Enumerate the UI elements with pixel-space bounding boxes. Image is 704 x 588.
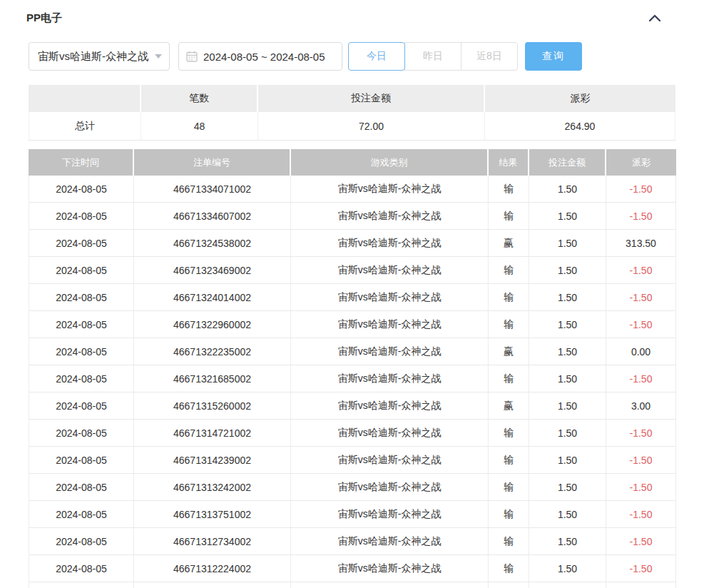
table-row: 2024-08-0546671323469002宙斯vs哈迪斯-众神之战输1.5… (29, 257, 676, 284)
cell-order-id: 46671324538002 (134, 230, 291, 256)
cell-game: 宙斯vs哈迪斯-众神之战 (291, 474, 489, 500)
cell-result: 输 (489, 365, 529, 392)
cell-result: 输 (489, 257, 529, 283)
cell-bet: 1.50 (529, 338, 606, 365)
cell-result: 输 (489, 284, 529, 310)
cell-payout: -1.50 (606, 203, 676, 229)
table-row: 2024-08-0546671314239002宙斯vs哈迪斯-众神之战输1.5… (29, 447, 676, 474)
cell-bet: 1.50 (529, 420, 606, 446)
summary-header-empty (29, 85, 141, 112)
today-button[interactable]: 今日 (348, 42, 405, 71)
cell-order-id: 46671323469002 (134, 257, 291, 283)
table-row: 2024-08-0546671321685002宙斯vs哈迪斯-众神之战输1.5… (29, 365, 676, 392)
table-row: 2024-08-0546671334071002宙斯vs哈迪斯-众神之战输1.5… (29, 176, 676, 203)
summary-header-bet-amount: 投注金额 (258, 85, 485, 112)
cell-bet: 1.50 (529, 203, 606, 229)
cell-game: 宙斯vs哈迪斯-众神之战 (291, 528, 489, 554)
cell-order-id: 46671314721002 (134, 420, 291, 446)
bet-records-table: 下注时间 注单编号 游戏类别 结果 投注金额 派彩 2024-08-054667… (29, 149, 676, 588)
cell-result: 输 (489, 176, 529, 202)
cell-payout: -1.50 (606, 447, 676, 473)
table-row: 2024-08-0546671312734002宙斯vs哈迪斯-众神之战输1.5… (29, 528, 676, 555)
cell-game: 宙斯vs哈迪斯-众神之战 (291, 501, 489, 527)
header-bet-time: 下注时间 (29, 149, 134, 176)
yesterday-button[interactable]: 昨日 (404, 42, 461, 71)
summary-total-label: 总计 (29, 112, 141, 140)
cell-order-id: 46671312224002 (134, 555, 291, 582)
cell-game: 宙斯vs哈迪斯-众神之战 (291, 365, 489, 392)
cell-result: 赢 (489, 230, 529, 256)
cell-result: 输 (489, 420, 529, 446)
cell-payout: -1.50 (606, 176, 676, 202)
cell-order-id: 46671314239002 (134, 447, 291, 473)
cell-game: 宙斯vs哈迪斯-众神之战 (291, 420, 489, 446)
cell-date: 2024-08-05 (29, 447, 134, 473)
cell-order-id: 46671324014002 (134, 284, 291, 310)
panel-title: PP电子 (26, 11, 62, 25)
cell-date: 2024-08-05 (29, 420, 134, 446)
cell-result: 输 (489, 528, 529, 554)
table-row: 2024-08-0546671315260002宙斯vs哈迪斯-众神之战赢1.5… (29, 392, 676, 420)
cell-bet: 1.50 (529, 474, 606, 500)
cell-payout: -1.50 (606, 555, 676, 582)
cell-game: 宙斯vs哈迪斯-众神之战 (291, 230, 489, 256)
table-row: 2024-08-0546671313242002宙斯vs哈迪斯-众神之战输1.5… (29, 474, 676, 501)
cell-game: 宙斯vs哈迪斯-众神之战 (291, 203, 489, 229)
summary-total-payout: 264.90 (485, 112, 675, 140)
chevron-down-icon (155, 54, 162, 59)
game-select-value: 宙斯vs哈迪斯-众神之战 (38, 50, 148, 64)
table-row: 2024-08-0546671334607002宙斯vs哈迪斯-众神之战输1.5… (29, 203, 676, 230)
table-row: 2024-08-0546671314721002宙斯vs哈迪斯-众神之战输1.5… (29, 420, 676, 447)
last-8-days-button[interactable]: 近8日 (461, 42, 518, 71)
bet-records-table-header: 下注时间 注单编号 游戏类别 结果 投注金额 派彩 (29, 149, 676, 176)
cell-order-id: 46671334607002 (134, 203, 291, 229)
table-row-clipped (29, 582, 676, 588)
cell-date: 2024-08-05 (29, 176, 134, 202)
header-result: 结果 (489, 149, 529, 176)
cell-payout: 313.50 (606, 230, 676, 256)
cell-bet: 1.50 (529, 392, 606, 419)
cell-date: 2024-08-05 (29, 365, 134, 392)
summary-total-row: 总计 48 72.00 264.90 (29, 112, 675, 141)
cell-date: 2024-08-05 (29, 528, 134, 554)
cell-bet: 1.50 (529, 501, 606, 527)
collapse-button[interactable] (648, 11, 662, 25)
cell-game: 宙斯vs哈迪斯-众神之战 (291, 257, 489, 283)
cell-bet: 1.50 (529, 257, 606, 283)
date-range-picker[interactable]: 2024-08-05 ~ 2024-08-05 (178, 42, 342, 71)
cell-date: 2024-08-05 (29, 338, 134, 365)
cell-order-id: 46671334071002 (134, 176, 291, 202)
date-range-value: 2024-08-05 ~ 2024-08-05 (203, 51, 325, 63)
cell-payout: -1.50 (606, 311, 676, 338)
cell-payout: 0.00 (606, 338, 676, 365)
cell-result: 输 (489, 311, 529, 338)
cell-bet: 1.50 (529, 365, 606, 392)
cell-payout: -1.50 (606, 501, 676, 527)
cell-result: 赢 (489, 338, 529, 365)
cell-result: 输 (489, 474, 529, 500)
cell-game: 宙斯vs哈迪斯-众神之战 (291, 392, 489, 419)
game-select[interactable]: 宙斯vs哈迪斯-众神之战 (29, 42, 170, 71)
cell-bet: 1.50 (529, 311, 606, 338)
cell-date: 2024-08-05 (29, 257, 134, 283)
cell-bet: 1.50 (529, 447, 606, 473)
table-row: 2024-08-0546671322960002宙斯vs哈迪斯-众神之战输1.5… (29, 311, 676, 338)
cell-date (29, 582, 134, 588)
cell-order-id: 46671322235002 (134, 338, 291, 365)
cell-result: 输 (489, 447, 529, 473)
cell-date: 2024-08-05 (29, 203, 134, 229)
cell-payout: -1.50 (606, 420, 676, 446)
header-order-id: 注单编号 (134, 149, 291, 176)
filter-bar: 宙斯vs哈迪斯-众神之战 2024-08-05 ~ 2024-08-05 今日 … (29, 42, 704, 71)
cell-result: 输 (489, 555, 529, 582)
cell-date: 2024-08-05 (29, 555, 134, 582)
query-button[interactable]: 查询 (525, 42, 582, 71)
cell-date: 2024-08-05 (29, 230, 134, 256)
cell-date: 2024-08-05 (29, 284, 134, 310)
detail-table-body: 2024-08-0546671334071002宙斯vs哈迪斯-众神之战输1.5… (29, 176, 676, 588)
cell-order-id: 46671315260002 (134, 392, 291, 419)
cell-date: 2024-08-05 (29, 311, 134, 338)
cell-order-id: 46671321685002 (134, 365, 291, 392)
header-bet-amount: 投注金额 (529, 149, 606, 176)
header-game-category: 游戏类别 (291, 149, 489, 176)
